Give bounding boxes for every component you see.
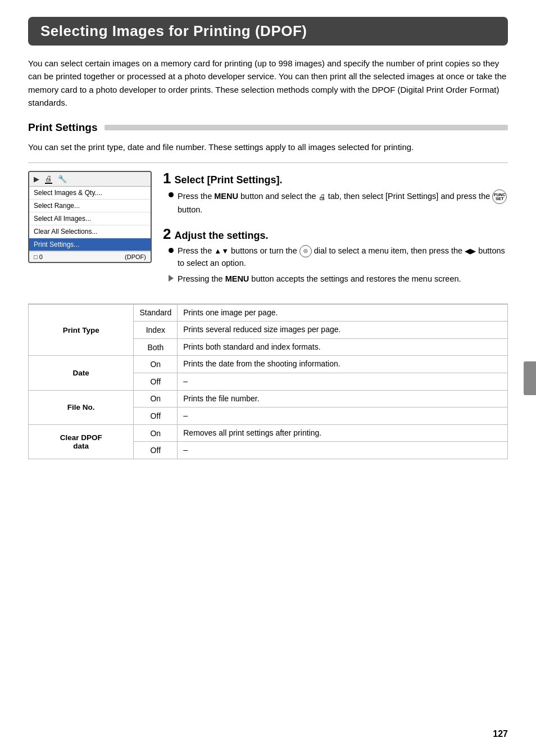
func-set-button-icon: FUNCSET — [492, 189, 507, 204]
option-fileno-on: On — [134, 390, 178, 408]
step-2-number: 2 — [163, 227, 171, 241]
option-fileno-off: Off — [134, 408, 178, 425]
tab-print-icon: 🖨 — [45, 174, 52, 184]
intro-paragraph: You can select certain images on a memor… — [28, 57, 508, 109]
step-2-title: Adjust the settings. — [174, 230, 268, 242]
step-1-number: 1 — [163, 171, 171, 185]
option-standard: Standard — [134, 304, 178, 322]
menu-footer-left: □ 0 — [34, 253, 43, 260]
tab-playback-icon: ▶ — [34, 175, 39, 183]
step-2-bullet-2: Pressing the MENU button accepts the set… — [169, 273, 508, 286]
option-date-off: Off — [134, 373, 178, 391]
desc-date-off: – — [178, 373, 508, 391]
desc-clear-on: Removes all print settings after printin… — [178, 424, 508, 442]
right-edge-tab — [524, 361, 536, 395]
menu-item-1: Select Range... — [29, 200, 151, 212]
steps-container: ▶ 🖨 🔧 Select Images & Qty.... Select Ran… — [28, 162, 508, 304]
menu-item-2: Select All Images... — [29, 212, 151, 225]
menu-item-0: Select Images & Qty.... — [29, 187, 151, 200]
page-number: 127 — [493, 729, 508, 739]
section-heading-line — [105, 125, 508, 130]
menu-item-3: Clear All Selections... — [29, 225, 151, 238]
option-clear-off: Off — [134, 442, 178, 459]
desc-index: Prints several reduced size images per p… — [178, 322, 508, 339]
menu-footer: □ 0 (DPOF) — [29, 251, 151, 262]
desc-both: Prints both standard and index formats. — [178, 338, 508, 356]
page-title: Selecting Images for Printing (DPOF) — [40, 22, 496, 40]
step-2-bullet-2-text: Pressing the MENU button accepts the set… — [178, 273, 461, 286]
header-print-type: Print Type — [29, 304, 134, 356]
section-desc: You can set the print type, date and fil… — [28, 141, 508, 153]
steps-col: 1 Select [Print Settings]. Press the MEN… — [163, 171, 508, 295]
camera-screenshot-col: ▶ 🖨 🔧 Select Images & Qty.... Select Ran… — [28, 171, 163, 295]
option-date-on: On — [134, 356, 178, 373]
table-row-date-on: Date On Prints the date from the shootin… — [29, 356, 508, 373]
arrow-left-right-icon: ◀▶ — [465, 247, 476, 255]
step-2-header: 2 Adjust the settings. — [163, 227, 508, 242]
camera-menu: ▶ 🖨 🔧 Select Images & Qty.... Select Ran… — [28, 171, 152, 263]
desc-standard: Prints one image per page. — [178, 304, 508, 322]
menu-keyword-1: MENU — [214, 192, 238, 201]
option-clear-on: On — [134, 424, 178, 442]
section-heading: Print Settings — [28, 121, 98, 134]
menu-item-4: Print Settings... — [29, 238, 151, 251]
header-clear-dpof: Clear DPOFdata — [29, 424, 134, 459]
page-title-box: Selecting Images for Printing (DPOF) — [28, 17, 508, 46]
desc-date-on: Prints the date from the shooting inform… — [178, 356, 508, 373]
settings-table: Print Type Standard Prints one image per… — [28, 304, 508, 459]
menu-keyword-2: MENU — [225, 274, 249, 283]
step-2-block: 2 Adjust the settings. Press the ▲▼ butt… — [163, 227, 508, 286]
arrow-up-down-icon: ▲▼ — [214, 247, 229, 255]
table-row-fileno-on: File No. On Prints the file number. — [29, 390, 508, 408]
option-both: Both — [134, 338, 178, 356]
camera-menu-tabs: ▶ 🖨 🔧 — [29, 172, 151, 187]
desc-fileno-on: Prints the file number. — [178, 390, 508, 408]
option-index: Index — [134, 322, 178, 339]
dial-icon: ◎ — [299, 245, 312, 257]
step-1-bullet-1-text: Press the MENU button and select the 🖨 t… — [178, 189, 508, 216]
table-row-print-type-standard: Print Type Standard Prints one image per… — [29, 304, 508, 322]
bullet-circle-icon — [169, 192, 174, 197]
step-1-header: 1 Select [Print Settings]. — [163, 171, 508, 186]
menu-footer-right: (DPOF) — [125, 253, 146, 260]
tab-settings-icon: 🔧 — [58, 175, 67, 183]
bullet-circle-icon-2 — [169, 248, 174, 253]
print-tab-icon: 🖨 — [319, 192, 326, 203]
desc-clear-off: – — [178, 442, 508, 459]
step-1-title: Select [Print Settings]. — [174, 174, 282, 186]
step-1-block: 1 Select [Print Settings]. Press the MEN… — [163, 171, 508, 216]
desc-fileno-off: – — [178, 408, 508, 425]
header-file-no: File No. — [29, 390, 134, 424]
bullet-triangle-icon — [169, 275, 174, 282]
table-row-clear-dpof-on: Clear DPOFdata On Removes all print sett… — [29, 424, 508, 442]
step-2-bullet-1-text: Press the ▲▼ buttons or turn the ◎ dial … — [178, 245, 508, 270]
step-2-bullets: Press the ▲▼ buttons or turn the ◎ dial … — [163, 245, 508, 286]
step-1-bullets: Press the MENU button and select the 🖨 t… — [163, 189, 508, 216]
section-heading-wrap: Print Settings — [28, 121, 508, 134]
step-2-bullet-1: Press the ▲▼ buttons or turn the ◎ dial … — [169, 245, 508, 270]
step-1-bullet-1: Press the MENU button and select the 🖨 t… — [169, 189, 508, 216]
header-date: Date — [29, 356, 134, 390]
